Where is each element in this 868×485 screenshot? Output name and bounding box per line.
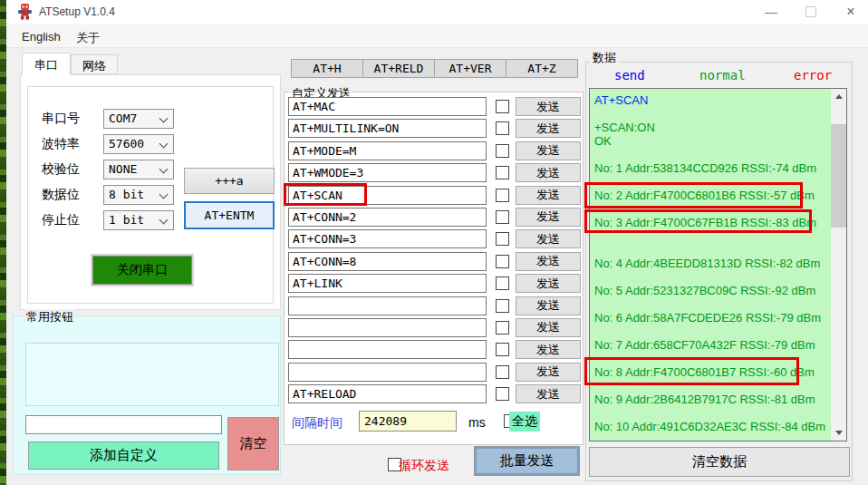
close-button[interactable]: × bbox=[834, 0, 867, 24]
custom-command-rows: 发送发送发送发送发送发送发送发送发送发送发送发送发送发送 bbox=[288, 97, 581, 403]
send-button[interactable]: 发送 bbox=[516, 274, 581, 293]
send-checkbox[interactable] bbox=[496, 210, 509, 224]
scroll-down-button[interactable] bbox=[831, 425, 846, 441]
tab-serial[interactable]: 串口 bbox=[22, 53, 71, 75]
custom-command-row: 发送 bbox=[288, 340, 581, 359]
baud-rate-select[interactable]: 57600 bbox=[103, 134, 174, 154]
triangle-down-icon bbox=[835, 431, 843, 435]
combo-value: COM7 bbox=[109, 112, 137, 125]
at-entm-button[interactable]: AT+ENTM bbox=[184, 201, 275, 229]
app-icon bbox=[17, 4, 33, 20]
send-checkbox[interactable] bbox=[496, 189, 509, 202]
scrollbar-thumb[interactable] bbox=[831, 124, 846, 228]
send-button[interactable]: 发送 bbox=[516, 252, 581, 271]
custom-buttons-list bbox=[25, 343, 279, 406]
stop-bits-select[interactable]: 1 bit bbox=[103, 210, 174, 230]
custom-command-input[interactable] bbox=[288, 229, 487, 248]
menu-bar: English 关于 bbox=[6, 24, 868, 48]
com-port-select[interactable]: COM7 bbox=[103, 109, 174, 129]
close-serial-port-button[interactable]: 关闭串口 bbox=[92, 256, 192, 285]
interval-unit-label: ms bbox=[468, 415, 486, 430]
data-bits-select[interactable]: 8 bit bbox=[103, 185, 174, 205]
custom-command-input[interactable] bbox=[288, 363, 487, 382]
custom-command-input[interactable] bbox=[288, 163, 487, 182]
send-button[interactable]: 发送 bbox=[516, 363, 581, 382]
send-button[interactable]: 发送 bbox=[516, 384, 581, 403]
legend-send: send bbox=[614, 68, 645, 82]
clear-data-button[interactable]: 清空数据 bbox=[589, 447, 850, 477]
chevron-down-icon bbox=[159, 165, 169, 174]
custom-command-input[interactable] bbox=[288, 340, 487, 359]
custom-command-input[interactable] bbox=[288, 97, 487, 116]
send-button[interactable]: 发送 bbox=[516, 318, 581, 337]
combo-value: 8 bit bbox=[109, 188, 144, 201]
add-custom-button[interactable]: 添加自定义 bbox=[28, 441, 219, 470]
data-line bbox=[590, 243, 827, 257]
triangle-up-icon bbox=[835, 94, 843, 99]
send-checkbox[interactable] bbox=[496, 166, 509, 179]
scroll-up-button[interactable] bbox=[831, 89, 846, 104]
annotation-box-device-3 bbox=[584, 209, 812, 233]
data-line: No: 9 Addr:2B6412B7917C RSSI:-81 dBm bbox=[590, 393, 827, 406]
annotation-box-device-2 bbox=[584, 182, 803, 209]
plus-a-button[interactable]: +++a bbox=[184, 168, 275, 194]
send-button[interactable]: 发送 bbox=[516, 141, 581, 160]
data-line bbox=[590, 325, 827, 338]
minimize-button[interactable]: — bbox=[755, 0, 787, 24]
custom-command-input[interactable] bbox=[288, 318, 487, 337]
custom-command-input[interactable] bbox=[288, 274, 487, 293]
add-custom-input[interactable] bbox=[25, 415, 222, 434]
data-line: +SCAN:ON bbox=[590, 121, 827, 134]
send-checkbox[interactable] bbox=[496, 100, 509, 113]
send-button[interactable]: 发送 bbox=[516, 97, 581, 116]
send-checkbox[interactable] bbox=[496, 387, 509, 401]
legend-error: error bbox=[794, 68, 832, 82]
data-line bbox=[590, 270, 827, 284]
clear-custom-button[interactable]: 清空 bbox=[227, 417, 279, 470]
menu-item-english[interactable]: English bbox=[18, 28, 64, 45]
loop-send-label: 循环发送 bbox=[399, 458, 449, 474]
maximize-button[interactable] bbox=[795, 0, 827, 24]
batch-send-button[interactable]: 批量发送 bbox=[474, 446, 580, 476]
send-checkbox[interactable] bbox=[496, 299, 509, 313]
custom-command-input[interactable] bbox=[288, 252, 487, 271]
field-label: 数据位 bbox=[42, 187, 103, 203]
send-checkbox[interactable] bbox=[496, 121, 509, 135]
serial-fields: 串口号COM7波特率57600校验位NONE数据位8 bit停止位1 bit bbox=[42, 109, 174, 236]
send-button[interactable]: 发送 bbox=[516, 340, 581, 359]
interval-time-input[interactable] bbox=[359, 411, 457, 432]
data-line bbox=[590, 148, 827, 161]
custom-command-input[interactable] bbox=[288, 296, 487, 315]
send-checkbox[interactable] bbox=[496, 144, 509, 158]
custom-command-row: 发送 bbox=[288, 252, 581, 271]
title-bar: ATSetup V1.0.4 — × bbox=[6, 0, 868, 24]
custom-command-input[interactable] bbox=[288, 384, 487, 403]
parity-select[interactable]: NONE bbox=[103, 160, 174, 179]
menu-item-about[interactable]: 关于 bbox=[72, 28, 103, 48]
custom-command-input[interactable] bbox=[288, 141, 487, 160]
custom-command-input[interactable] bbox=[288, 119, 487, 138]
send-checkbox[interactable] bbox=[496, 321, 509, 335]
send-checkbox[interactable] bbox=[496, 232, 509, 246]
data-line bbox=[590, 406, 827, 420]
serial-field-row: 数据位8 bit bbox=[42, 185, 174, 205]
send-button[interactable]: 发送 bbox=[516, 119, 581, 138]
custom-command-input[interactable] bbox=[288, 208, 487, 227]
send-button[interactable]: 发送 bbox=[516, 208, 581, 227]
annotation-box-device-8 bbox=[584, 357, 799, 385]
send-checkbox[interactable] bbox=[496, 255, 509, 268]
custom-command-row: 发送 bbox=[288, 296, 581, 315]
data-line bbox=[590, 107, 827, 121]
custom-command-row: 发送 bbox=[288, 384, 581, 403]
data-line: No: 4 Addr:4BEEDD81313D RSSI:-82 dBm bbox=[590, 257, 827, 270]
send-checkbox[interactable] bbox=[496, 343, 509, 356]
data-scrollbar[interactable] bbox=[831, 89, 846, 441]
send-button[interactable]: 发送 bbox=[516, 296, 581, 315]
send-checkbox[interactable] bbox=[496, 365, 509, 379]
send-button[interactable]: 发送 bbox=[516, 229, 581, 248]
custom-command-row: 发送 bbox=[288, 163, 581, 182]
send-button[interactable]: 发送 bbox=[516, 163, 581, 182]
serial-field-row: 波特率57600 bbox=[42, 134, 174, 154]
send-checkbox[interactable] bbox=[496, 276, 509, 290]
send-button[interactable]: 发送 bbox=[516, 186, 581, 205]
